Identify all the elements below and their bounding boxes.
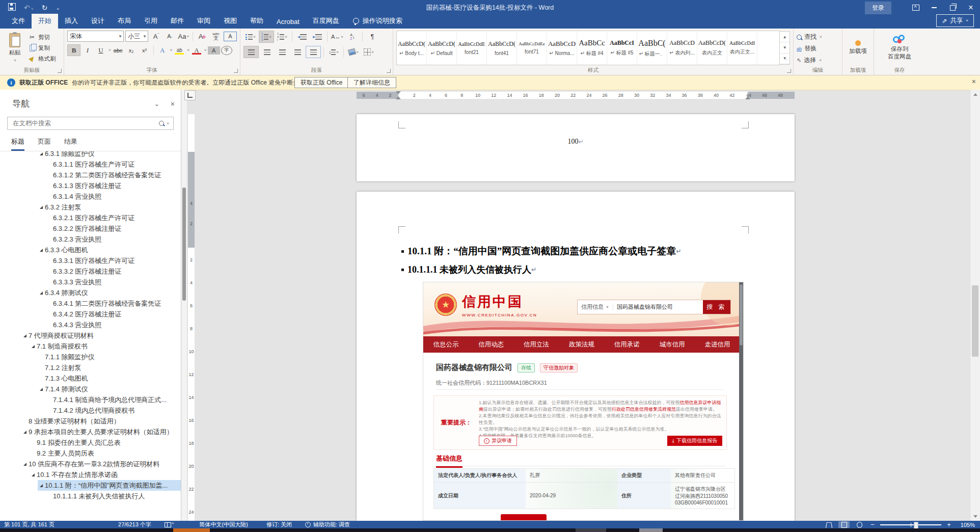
style-item[interactable]: AaBbCcDdI表内正文...	[727, 31, 757, 65]
nav-item[interactable]: 6.3.2.2 医疗器械注册证	[0, 223, 181, 234]
paragraph-dialog-launcher[interactable]	[387, 69, 391, 73]
distribute-button[interactable]	[306, 46, 321, 58]
underline-button[interactable]: U	[95, 45, 107, 56]
ribbon-tab-2[interactable]: 开始	[32, 14, 58, 29]
nav-item[interactable]: 6.3.3.3 营业执照	[0, 277, 181, 287]
document-page-2[interactable]: 10.1.1 附：“信用中国”网页查询截图加盖供应商公章或电子签章↵ 10.1.…	[357, 192, 795, 521]
nav-item[interactable]: 10.1 不存在禁止情形承诺函	[0, 469, 181, 480]
horizontal-ruler[interactable]: 6422468101214161820222426283032343638404…	[196, 90, 970, 101]
nav-item[interactable]: 6.3.2.1 医疗器械生产许可证	[0, 212, 181, 223]
asian-layout-button[interactable]: A↔˅	[330, 31, 344, 42]
tell-me-search[interactable]: 操作说明搜索	[353, 16, 402, 29]
format-painter-button[interactable]: 格式刷	[26, 54, 58, 64]
nav-item[interactable]: 6.3.2 注射泵	[0, 202, 181, 212]
zoom-slider-handle[interactable]	[914, 522, 918, 529]
creditchina-search-bar[interactable]: 信用信息▼ 国药器械盘锦有限公司 搜 索	[577, 300, 731, 314]
search-category-select[interactable]: 信用信息▼	[578, 303, 613, 311]
align-left-button[interactable]	[243, 46, 259, 58]
ribbon-tab-12[interactable]: 百度网盘	[306, 14, 346, 29]
show-marks-button[interactable]: ¶	[365, 31, 379, 42]
style-item[interactable]: AaBbCcD(↵ Body t...	[397, 31, 427, 65]
nav-item[interactable]: 7.1.4 肺测试仪	[0, 384, 181, 394]
ribbon-tab-10[interactable]: 帮助	[243, 14, 270, 29]
language-indicator[interactable]: 简体中文(中国大陆)	[200, 521, 248, 528]
nav-item[interactable]: 10.1.1.1 未被列入失信被执行人	[0, 491, 181, 501]
nav-close-icon[interactable]: ×	[171, 100, 175, 108]
nav-item[interactable]: 6.3.1.3 医疗器械注册证	[0, 180, 181, 191]
web-layout-icon[interactable]	[854, 521, 865, 528]
nav-item[interactable]: 7.1.4.1 制造商给予境内总代理商正式...	[0, 394, 181, 405]
search-dropdown-icon[interactable]: ˅	[167, 121, 169, 126]
style-item[interactable]: AaBbCcI↵ 标题 #5	[607, 31, 637, 65]
scroll-down-icon[interactable]	[970, 512, 980, 521]
creditchina-menu-item[interactable]: 信息公示	[433, 340, 458, 349]
grow-font-button[interactable]: Aˆ	[150, 31, 162, 42]
share-button[interactable]: ⇗共享˅	[936, 14, 974, 27]
save-icon[interactable]	[8, 3, 16, 12]
bold-button[interactable]: B	[67, 44, 80, 56]
gallery-down-icon[interactable]: ▼	[780, 42, 790, 53]
nav-scrollbar[interactable]	[181, 90, 187, 521]
ribbon-display-options-icon[interactable]	[907, 0, 925, 15]
font-name-select[interactable]: 宋体▾	[67, 31, 124, 42]
find-button[interactable]: 查找˅	[797, 32, 839, 42]
nav-tab-1[interactable]: 标题	[11, 137, 24, 151]
style-item[interactable]: AaBbCcD↵ 表内列...	[667, 31, 697, 65]
multilevel-list-button[interactable]: 1ai˅	[275, 31, 289, 42]
clear-formatting-button[interactable]: A◆	[196, 31, 208, 42]
style-item[interactable]: AaBbCcD(表内正文	[697, 31, 727, 65]
nav-item[interactable]: 7.1.4.2 境内总代理商授权书	[0, 405, 181, 416]
download-report-button[interactable]: ⤓下载信用信息报告	[667, 436, 722, 446]
creditchina-menu-item[interactable]: 信用承诺	[614, 340, 640, 349]
style-item[interactable]: AaBbCcD(↵ Default	[427, 31, 457, 65]
notice-link[interactable]: 行政处罚信息信用修复流程规范	[612, 407, 676, 412]
creditchina-menu-item[interactable]: 走进信用	[704, 340, 730, 349]
qat-customize-icon[interactable]: ⌄	[56, 5, 60, 11]
vertical-ruler[interactable]: 4224681012141618202224	[187, 101, 196, 521]
document-scrollbar-thumb[interactable]	[972, 285, 978, 357]
learn-more-button[interactable]: 了解详细信息	[347, 77, 396, 88]
creditchina-menu-item[interactable]: 城市信用	[660, 340, 685, 349]
dissent-apply-button[interactable]: !异议申请	[479, 436, 517, 446]
style-item[interactable]: AaBbCcD↵ Norma...	[547, 31, 577, 65]
nav-item[interactable]: 6.3.4 肺测试仪	[0, 287, 181, 298]
nav-item[interactable]: 6.3.2.3 营业执照	[0, 234, 181, 245]
nav-item[interactable]: 9.2 主要人员简历表	[0, 448, 181, 459]
select-button[interactable]: ⇖选择˅	[797, 55, 839, 66]
nav-item[interactable]: 7.1 制造商授权书	[0, 341, 181, 352]
copy-button[interactable]: 复制	[26, 43, 58, 54]
search-query-text[interactable]: 国药器械盘锦有限公司	[613, 303, 703, 311]
print-layout-icon[interactable]	[838, 521, 850, 528]
increase-indent-button[interactable]: ▸	[310, 31, 324, 42]
character-border-button[interactable]: A	[224, 32, 237, 41]
shrink-font-button[interactable]: Aˇ	[164, 31, 176, 42]
proofing-icon[interactable]: ×	[165, 522, 174, 527]
italic-button[interactable]: I	[81, 45, 94, 56]
style-item[interactable]: AaBbC(↵ 标题一、	[637, 31, 667, 65]
text-effects-button[interactable]: A	[156, 45, 169, 56]
nav-item[interactable]: 7.1.2 注射泵	[0, 362, 181, 373]
word-count[interactable]: 27/6213 个字	[118, 521, 151, 528]
gallery-more-icon[interactable]: ▼̱	[780, 54, 790, 64]
paste-button[interactable]: 粘贴˅	[3, 31, 26, 65]
signin-button[interactable]: 登录	[865, 2, 891, 14]
sort-button[interactable]: AZ↓	[345, 31, 360, 42]
nav-item[interactable]: 6.3.3.1 医疗器械生产许可证	[0, 255, 181, 266]
nav-item[interactable]: 9.1 拟委任的主要人员汇总表	[0, 437, 181, 448]
zoom-slider[interactable]	[880, 524, 941, 525]
restore-button[interactable]	[943, 0, 962, 15]
scroll-up-icon[interactable]	[970, 90, 980, 99]
style-item[interactable]: AaBbCcDdEefont71	[517, 31, 547, 65]
borders-button[interactable]: ˅	[362, 46, 376, 58]
shading-button[interactable]: ˅	[346, 46, 361, 58]
decrease-indent-button[interactable]: ◂	[295, 31, 309, 42]
style-item[interactable]: AaBbCcDdEfont21	[457, 31, 487, 65]
style-item[interactable]: AaBbCcD(font41	[487, 31, 517, 65]
nav-item[interactable]: 6.3.4.2 医疗器械注册证	[0, 309, 181, 320]
nav-tab-2[interactable]: 页面	[38, 137, 51, 151]
font-dialog-launcher[interactable]	[234, 69, 238, 73]
nav-item[interactable]: 6.3.4.3 营业执照	[0, 320, 181, 330]
nav-item[interactable]: 7 代理商授权证明材料	[0, 330, 181, 341]
nav-item[interactable]: 6.3.1.4 营业执照	[0, 191, 181, 202]
style-item[interactable]: AaBbCc↵ 标题 #4	[577, 31, 607, 65]
